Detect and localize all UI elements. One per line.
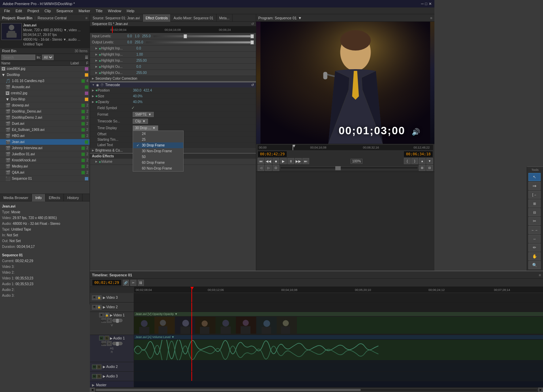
timecode-source-dropdown[interactable]: Clip ▼ (133, 119, 148, 124)
meta-tab[interactable]: Meta... (217, 14, 233, 22)
track-v2-lock-btn[interactable]: 🔒 (97, 305, 101, 310)
timeline-current-tc[interactable]: 00;02;42;29 (92, 279, 121, 286)
menu-sequence[interactable]: Sequence (54, 7, 76, 14)
track-v3-lock-btn[interactable]: 🔒 (97, 295, 101, 300)
menu-file[interactable]: File (1, 7, 13, 14)
file-item[interactable]: 🎬JukeBox 01.avi2 (0, 151, 90, 157)
td-option-25[interactable]: 25 (133, 137, 183, 142)
pm-stop-btn[interactable]: ■ (273, 158, 279, 164)
file-item[interactable]: 🖼crests2.jpg (0, 90, 90, 96)
input-level-handle-2[interactable] (250, 34, 254, 38)
file-item[interactable]: 🎬KnockKnock.avi2 (0, 157, 90, 163)
tl-snap-btn[interactable]: 🔗 (123, 280, 129, 286)
zoom-dropdown[interactable]: 100% (351, 159, 363, 164)
pm-mark-in-btn[interactable]: { (404, 158, 411, 164)
td-option-60drop[interactable]: 60 Drop Frame (133, 160, 183, 165)
td-option-50[interactable]: 50 (133, 154, 183, 160)
track-v2-expand[interactable]: ▶ (103, 305, 106, 309)
file-item[interactable]: 🎵1-01 16 Candles.mp34 (0, 78, 90, 84)
file-item[interactable]: 🎬HBO.avi2 (0, 133, 90, 139)
track-v3-eye-btn[interactable]: 👁 (92, 295, 97, 300)
search-input[interactable] (1, 55, 35, 60)
menu-edit[interactable]: Edit (13, 7, 25, 14)
audio-mixer-tab[interactable]: Audio Mixer: Sequence 01 (171, 14, 216, 22)
file-item[interactable]: 🎬Medley.avi2 (0, 163, 90, 170)
effect-controls-tab[interactable]: Effect Controls (143, 14, 171, 22)
tl-link-btn[interactable]: ⛓ (138, 280, 144, 286)
minimize-btn[interactable]: ─ (421, 2, 424, 6)
pm-jog-back-btn[interactable]: ◁ (258, 165, 264, 171)
menu-project[interactable]: Project (25, 7, 42, 14)
td-option-30nondrop[interactable]: 30 Non-Drop Frame (133, 148, 183, 154)
pm-step-back-btn[interactable]: ⏮ (258, 158, 264, 164)
output-level-handle[interactable] (250, 40, 254, 44)
pm-play-pause-btn[interactable]: ⏸ (287, 158, 294, 164)
file-item[interactable]: 🎬DooWop_Demo.avi2 (0, 109, 90, 115)
pm-extract-btn[interactable]: ▼ (426, 158, 433, 164)
file-item[interactable]: 🎬Jean.avi (0, 139, 90, 145)
file-name-label: DooWop_Demo.avi (12, 110, 81, 113)
root-bin-label: Root Bin (2, 49, 16, 53)
menu-title[interactable]: Title (93, 7, 105, 14)
in-select[interactable]: All (42, 55, 54, 60)
td-option-30drop[interactable]: ✓ 30 Drop Frame (133, 142, 183, 148)
shuttle-thumb[interactable] (335, 166, 341, 170)
tab-history[interactable]: History (64, 194, 82, 201)
pm-close-btn[interactable]: ≡ (430, 16, 432, 20)
resource-central-tab[interactable]: Resource Central (38, 16, 67, 20)
file-item[interactable]: 🎬Ed_Sullivan_1969.avi2 (0, 127, 90, 133)
pm-safe-zones-btn[interactable]: ⊞ (419, 165, 426, 171)
maximize-btn[interactable]: □ (425, 2, 427, 6)
pm-menu-btn[interactable]: ▼ (298, 16, 302, 20)
menu-marker[interactable]: Marker (76, 7, 93, 14)
pm-play-btn[interactable]: ▶ (280, 158, 287, 164)
pm-prev-frame-btn[interactable]: ◀◀ (265, 158, 272, 164)
td-option-60nondrop[interactable]: 60 Non-Drop Frame (133, 165, 183, 171)
tab-media-browser[interactable]: Media Browser (0, 194, 32, 201)
file-item[interactable]: 🎬doowop.avi2 (0, 102, 90, 109)
pm-step-fwd-btn[interactable]: ⏭ (302, 158, 309, 164)
pm-timecode-start[interactable]: 00;02;42;29 (258, 151, 287, 157)
panel-menu-btn[interactable]: ≡ (86, 16, 88, 20)
menu-clip[interactable]: Clip (42, 7, 54, 14)
file-item[interactable]: ▼Doo-Wop (0, 96, 90, 102)
pm-ruler-start: 00;00 (259, 146, 267, 149)
tab-info[interactable]: Info (32, 194, 45, 201)
file-item[interactable]: 🎬Q&A.avi2 (0, 170, 90, 176)
menu-help[interactable]: Help (124, 7, 137, 14)
close-btn[interactable]: ✕ (429, 2, 432, 6)
track-v2-eye-btn[interactable]: 👁 (92, 305, 97, 310)
file-item[interactable]: 🎬Acoustic.avi (0, 84, 90, 90)
secondary-color-section[interactable]: ▶ Secondary Color Correction (90, 76, 256, 81)
file-item[interactable]: ⬛Sequence 01 (0, 176, 90, 182)
file-item[interactable]: ▼DooWop (0, 72, 90, 78)
track-v3-content[interactable] (134, 293, 434, 302)
pm-lift-btn[interactable]: ▲ (419, 158, 426, 164)
time-display-dropdown-btn[interactable]: 30 Drop ... ▼ (133, 125, 158, 131)
pm-jog-fwd-btn[interactable]: ▷ (265, 165, 272, 171)
pm-next-frame-btn[interactable]: ▶▶ (295, 158, 302, 164)
file-item[interactable]: 🎬DooWopDemo 2.avi2 (0, 115, 90, 121)
file-item[interactable]: 🖼coed904.jpg (0, 66, 90, 72)
tab-effects[interactable]: Effects (45, 194, 64, 201)
reset-btn[interactable]: ↺ (251, 22, 254, 26)
file-item[interactable]: 🎬Duet.avi2 (0, 121, 90, 127)
list-view-btn[interactable]: ☰ (85, 55, 88, 60)
timecode-section-header[interactable]: ▼ ◉ ⏱ Timecode ↺ (90, 82, 256, 87)
track-v3-expand[interactable]: ▶ (103, 296, 106, 299)
pm-timecode-end[interactable]: 00;06;34;18 (404, 151, 433, 157)
td-option-24[interactable]: 24 (133, 131, 183, 137)
pm-shuttle-bar[interactable] (280, 166, 418, 169)
format-dropdown[interactable]: SMPTE ▼ (133, 112, 154, 117)
menu-window[interactable]: Window (105, 7, 124, 14)
input-level-handle-1[interactable] (184, 34, 187, 38)
tl-razor-btn[interactable]: ✂ (130, 280, 136, 286)
pm-shuttle-btn[interactable]: ⊡ (273, 165, 279, 171)
pm-output-btn[interactable]: ⊟ (426, 165, 433, 171)
info-panel-content: Jean.avi Type: Movie Video: 29.97 fps, 7… (0, 201, 90, 300)
pm-mark-out-btn[interactable]: } (411, 158, 418, 164)
timecode-reset-btn[interactable]: ↺ (251, 83, 254, 87)
track-v2-content[interactable] (134, 302, 434, 312)
file-item[interactable]: 🎬Johnny Interview.avi2 (0, 145, 90, 151)
source-tab[interactable]: Source: Sequence 01: Jean.avi (90, 14, 143, 22)
